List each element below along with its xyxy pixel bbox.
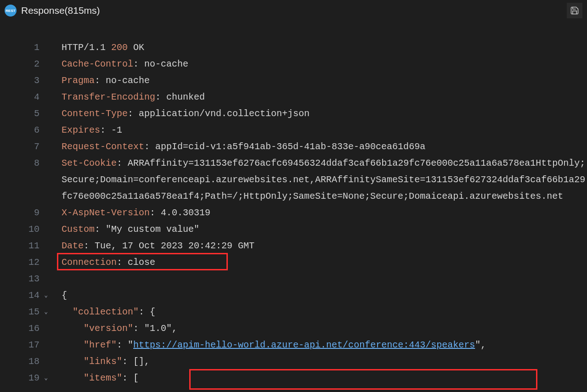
line-number: 15⌄ bbox=[0, 304, 46, 320]
code-content[interactable]: Custom: "My custom value" bbox=[46, 221, 587, 238]
line-number: 6 bbox=[0, 122, 46, 139]
code-line[interactable]: 19⌄ "items": [ bbox=[0, 370, 587, 386]
code-content[interactable]: Content-Type: application/vnd.collection… bbox=[46, 106, 587, 122]
line-number: 7 bbox=[0, 139, 46, 155]
line-number: 10 bbox=[0, 221, 46, 238]
code-content[interactable]: { bbox=[46, 287, 587, 304]
code-content[interactable]: Transfer-Encoding: chunked bbox=[46, 89, 587, 106]
code-line[interactable]: 3Pragma: no-cache bbox=[0, 73, 587, 89]
code-line[interactable]: 15⌄ "collection": { bbox=[0, 304, 587, 320]
code-content[interactable]: Pragma: no-cache bbox=[46, 73, 587, 89]
fold-icon[interactable]: ⌄ bbox=[40, 287, 48, 304]
code-line[interactable]: 13 bbox=[0, 271, 587, 287]
code-line[interactable]: 1HTTP/1.1 200 OK bbox=[0, 39, 587, 56]
code-content[interactable]: Cache-Control: no-cache bbox=[46, 56, 587, 73]
code-line[interactable]: 11Date: Tue, 17 Oct 2023 20:42:29 GMT bbox=[0, 238, 587, 254]
code-content[interactable]: Request-Context: appId=cid-v1:a5f941ab-3… bbox=[46, 139, 587, 155]
line-number: 3 bbox=[0, 73, 46, 89]
code-content[interactable]: "items": [ bbox=[46, 370, 587, 386]
editor-wrapper: 1HTTP/1.1 200 OK2Cache-Control: no-cache… bbox=[0, 21, 587, 386]
code-line[interactable]: 18 "links": [], bbox=[0, 353, 587, 370]
rest-client-icon: REST bbox=[5, 5, 17, 17]
line-number: 18 bbox=[0, 353, 46, 370]
code-line[interactable]: 5Content-Type: application/vnd.collectio… bbox=[0, 106, 587, 122]
line-number: 14⌄ bbox=[0, 287, 46, 304]
code-line[interactable]: 17 "href": "https://apim-hello-world.azu… bbox=[0, 337, 587, 353]
line-number: 8 bbox=[0, 155, 46, 172]
line-number: 19⌄ bbox=[0, 370, 46, 386]
code-line[interactable]: 14⌄{ bbox=[0, 287, 587, 304]
line-number: 12 bbox=[0, 254, 46, 271]
save-icon bbox=[570, 6, 579, 15]
response-editor[interactable]: 1HTTP/1.1 200 OK2Cache-Control: no-cache… bbox=[0, 21, 587, 386]
code-content[interactable]: X-AspNet-Version: 4.0.30319 bbox=[46, 205, 587, 221]
code-content[interactable]: Connection: close bbox=[46, 254, 587, 271]
line-number: 11 bbox=[0, 238, 46, 254]
code-line[interactable]: 2Cache-Control: no-cache bbox=[0, 56, 587, 73]
line-number: 13 bbox=[0, 271, 46, 287]
response-url-link[interactable]: https://apim-hello-world.azure-api.net/c… bbox=[133, 340, 475, 350]
panel-header: REST Response(815ms) bbox=[0, 0, 587, 21]
code-content[interactable]: Set-Cookie: ARRAffinity=131153ef6276acfc… bbox=[46, 155, 587, 205]
line-number: 5 bbox=[0, 106, 46, 122]
fold-icon[interactable]: ⌄ bbox=[40, 370, 48, 386]
code-content[interactable]: "links": [], bbox=[46, 353, 587, 370]
code-content[interactable]: "collection": { bbox=[46, 304, 587, 320]
code-line[interactable]: 7Request-Context: appId=cid-v1:a5f941ab-… bbox=[0, 139, 587, 155]
line-number: 9 bbox=[0, 205, 46, 221]
line-number: 2 bbox=[0, 56, 46, 73]
code-line[interactable]: 4Transfer-Encoding: chunked bbox=[0, 89, 587, 106]
code-line[interactable]: 9X-AspNet-Version: 4.0.30319 bbox=[0, 205, 587, 221]
save-button[interactable] bbox=[567, 3, 582, 18]
rest-icon-label: REST bbox=[6, 9, 15, 13]
fold-icon[interactable]: ⌄ bbox=[40, 304, 48, 320]
panel-header-left: REST Response(815ms) bbox=[5, 5, 100, 17]
line-number: 17 bbox=[0, 337, 46, 353]
line-number: 1 bbox=[0, 39, 46, 56]
code-content[interactable]: Expires: -1 bbox=[46, 122, 587, 139]
panel-title: Response(815ms) bbox=[21, 5, 100, 16]
code-content[interactable]: HTTP/1.1 200 OK bbox=[46, 39, 587, 56]
line-number: 4 bbox=[0, 89, 46, 106]
code-content[interactable]: "href": "https://apim-hello-world.azure-… bbox=[46, 337, 587, 353]
code-content[interactable]: "version": "1.0", bbox=[46, 320, 587, 337]
code-line[interactable]: 6Expires: -1 bbox=[0, 122, 587, 139]
code-content[interactable]: Date: Tue, 17 Oct 2023 20:42:29 GMT bbox=[46, 238, 587, 254]
code-line[interactable]: 8Set-Cookie: ARRAffinity=131153ef6276acf… bbox=[0, 155, 587, 205]
line-number: 16 bbox=[0, 320, 46, 337]
code-line[interactable]: 16 "version": "1.0", bbox=[0, 320, 587, 337]
code-line[interactable]: 12Connection: close bbox=[0, 254, 587, 271]
code-line[interactable]: 10Custom: "My custom value" bbox=[0, 221, 587, 238]
